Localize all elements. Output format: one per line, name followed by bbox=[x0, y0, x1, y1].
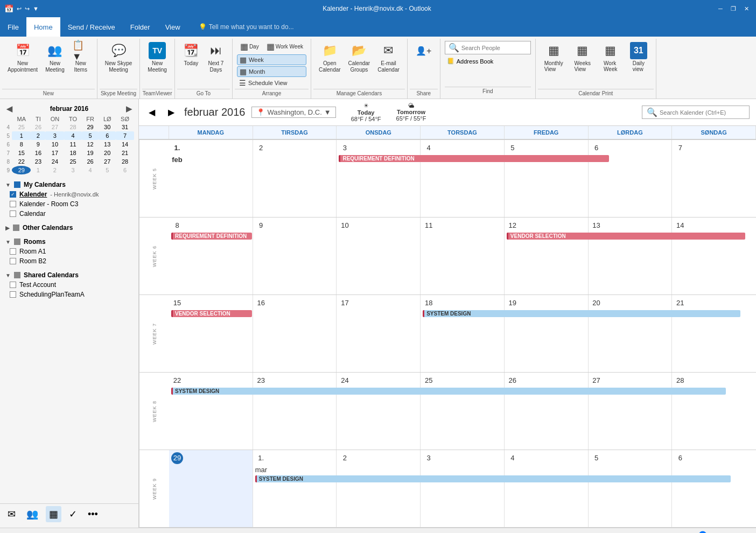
work-week-view-btn[interactable]: ▦ WorkWeek bbox=[598, 40, 624, 74]
mini-cal-day[interactable]: 27 bbox=[45, 123, 64, 131]
day-cell-feb20[interactable]: 20 bbox=[589, 295, 673, 372]
mini-cal-day-today[interactable]: 29 bbox=[12, 166, 31, 174]
event-sys-design-w7[interactable]: SYSTEM DESIGN bbox=[423, 310, 740, 317]
day-cell-feb8[interactable]: 8 REQUIREMENT DEFINITION bbox=[169, 218, 253, 294]
day-cell-feb13[interactable]: 13 bbox=[589, 218, 673, 294]
event-req-def-w5[interactable]: REQUIREMENT DEFINITION bbox=[339, 155, 609, 162]
event-req-def-w6[interactable]: REQUIREMENT DEFINITION bbox=[171, 233, 252, 240]
mini-cal-day[interactable]: 19 bbox=[82, 149, 99, 157]
cal-item-room-b2[interactable]: Room B2 bbox=[5, 256, 133, 266]
mini-cal-day[interactable]: 3 bbox=[64, 166, 81, 174]
month-btn[interactable]: ▦ Month bbox=[237, 66, 306, 77]
day-cell-feb11[interactable]: 11 bbox=[421, 218, 505, 294]
day-cell-feb23[interactable]: 23 bbox=[253, 373, 337, 450]
mini-cal-day[interactable]: 3 bbox=[45, 131, 64, 140]
address-book-btn[interactable]: 📒 Address Book bbox=[445, 57, 531, 66]
day-cell-feb12[interactable]: 12 VENDOR SELECTION bbox=[505, 218, 589, 294]
day-cell-feb3[interactable]: 3 REQUIREMENT DEFINITION bbox=[337, 140, 421, 217]
day-cell-mar5[interactable]: 5 bbox=[589, 450, 673, 527]
shared-calendars-header[interactable]: ▼ Shared Calendars bbox=[5, 270, 133, 280]
day-cell-mar3[interactable]: 3 bbox=[421, 450, 505, 527]
mini-cal-day[interactable]: 26 bbox=[31, 123, 45, 131]
calendar-checkbox[interactable] bbox=[10, 211, 16, 217]
day-cell-feb15[interactable]: 15 VENDOR SELECTION bbox=[169, 295, 253, 372]
kalender-checkbox[interactable]: ✓ bbox=[10, 191, 16, 198]
mini-cal-day[interactable]: 6 bbox=[116, 166, 134, 174]
calendar-groups-btn[interactable]: 📂 CalendarGroups bbox=[345, 40, 374, 75]
mini-cal-day[interactable]: 28 bbox=[116, 157, 134, 166]
mini-cal-day[interactable]: 5 bbox=[99, 166, 116, 174]
mini-cal-day[interactable]: 6 bbox=[99, 131, 116, 140]
restore-btn[interactable]: ❐ bbox=[728, 3, 739, 14]
schedule-view-btn[interactable]: ☰ Schedule View bbox=[237, 78, 306, 88]
menu-folder[interactable]: Folder bbox=[123, 17, 158, 37]
search-calendar-box[interactable]: 🔍 bbox=[642, 106, 750, 119]
search-calendar-input[interactable] bbox=[660, 109, 745, 116]
day-cell-feb26[interactable]: 26 bbox=[505, 373, 589, 450]
day-cell-feb19[interactable]: 19 bbox=[505, 295, 589, 372]
mini-cal-day[interactable]: 23 bbox=[31, 157, 45, 166]
mini-cal-day[interactable]: 4 bbox=[64, 131, 81, 140]
tell-me-box[interactable]: 💡 bbox=[199, 17, 327, 37]
new-skype-meeting-btn[interactable]: 💬 New SkypeMeeting bbox=[102, 40, 136, 75]
room-c3-checkbox[interactable] bbox=[10, 201, 16, 207]
day-cell-mar1[interactable]: 1. mar SYSTEM DESIGN bbox=[253, 450, 337, 527]
cal-next-btn[interactable]: ▶ bbox=[165, 106, 178, 118]
day-cell-feb9[interactable]: 9 bbox=[253, 218, 337, 294]
mini-cal-day[interactable]: 9 bbox=[31, 140, 45, 149]
mini-cal-day[interactable]: 12 bbox=[82, 140, 99, 149]
mini-cal-day[interactable]: 21 bbox=[116, 149, 134, 157]
day-cell-feb10[interactable]: 10 bbox=[337, 218, 421, 294]
close-btn[interactable]: ✕ bbox=[741, 3, 752, 14]
my-calendars-header[interactable]: ▼ My Calendars bbox=[5, 180, 133, 190]
zoom-slider[interactable] bbox=[682, 531, 725, 534]
mini-cal-day[interactable]: 1 bbox=[12, 131, 31, 140]
new-tv-meeting-btn[interactable]: TV NewMeeting bbox=[144, 40, 170, 75]
day-cell-feb2[interactable]: 2 bbox=[253, 140, 337, 217]
menu-view[interactable]: View bbox=[158, 17, 188, 37]
nav-mail-btn[interactable]: ✉ bbox=[4, 506, 19, 522]
tell-me-input[interactable] bbox=[209, 23, 327, 31]
mini-cal-day[interactable]: 28 bbox=[64, 123, 81, 131]
workweek-btn[interactable]: ▦ Work Week bbox=[263, 40, 306, 53]
day-view-btn[interactable]: ▦ Day bbox=[237, 40, 262, 53]
day-cell-feb5[interactable]: 5 bbox=[505, 140, 589, 217]
mini-cal-day[interactable]: 31 bbox=[116, 123, 134, 131]
cal-location-btn[interactable]: 📍 Washington, D.C. ▼ bbox=[251, 107, 335, 118]
day-cell-feb14[interactable]: 14 bbox=[672, 218, 756, 294]
event-vendor-sel-w7[interactable]: VENDOR SELECTION bbox=[171, 310, 252, 317]
mini-cal-day[interactable]: 29 bbox=[82, 123, 99, 131]
mini-cal-day[interactable]: 17 bbox=[45, 149, 64, 157]
menu-send-receive[interactable]: Send / Receive bbox=[60, 17, 123, 37]
mini-cal-day[interactable]: 2 bbox=[45, 166, 64, 174]
cal-item-room-a1[interactable]: Room A1 bbox=[5, 247, 133, 256]
day-cell-feb27[interactable]: 27 bbox=[589, 373, 673, 450]
menu-file[interactable]: File bbox=[0, 17, 26, 37]
mini-cal-day[interactable]: 5 bbox=[82, 131, 99, 140]
rooms-header[interactable]: ▼ Rooms bbox=[5, 237, 133, 247]
nav-calendar-btn[interactable]: ▦ bbox=[46, 506, 61, 522]
day-cell-feb6[interactable]: 6 bbox=[589, 140, 673, 217]
cal-item-room-c3[interactable]: Kalender - Room C3 bbox=[5, 199, 133, 209]
event-sys-design-w9[interactable]: SYSTEM DESIGN bbox=[255, 475, 731, 482]
day-cell-feb18[interactable]: 18 SYSTEM DESIGN bbox=[421, 295, 505, 372]
room-a1-checkbox[interactable] bbox=[10, 248, 16, 255]
new-items-btn[interactable]: 📋▼ NewItems bbox=[69, 40, 93, 75]
cal-item-scheduling-plan[interactable]: SchedulingPlanTeamA bbox=[5, 290, 133, 299]
mini-cal-day[interactable]: 11 bbox=[64, 140, 81, 149]
day-cell-mar2[interactable]: 2 bbox=[337, 450, 421, 527]
mini-cal-day[interactable]: 27 bbox=[99, 157, 116, 166]
day-cell-feb16[interactable]: 16 bbox=[253, 295, 337, 372]
scheduling-plan-checkbox[interactable] bbox=[10, 291, 16, 298]
nav-tasks-btn[interactable]: ✓ bbox=[66, 506, 80, 522]
cal-item-test-account[interactable]: Test Account bbox=[5, 280, 133, 290]
monthly-view-btn[interactable]: ▦ MonthlyView bbox=[540, 40, 568, 74]
mini-cal-day[interactable]: 18 bbox=[64, 149, 81, 157]
cal-item-kalender[interactable]: ✓ Kalender - Henrik@novix.dk bbox=[5, 190, 133, 199]
mini-cal-day[interactable]: 7 bbox=[116, 131, 134, 140]
day-cell-feb29[interactable]: 29 bbox=[169, 450, 253, 527]
nav-more-btn[interactable]: ••• bbox=[85, 507, 101, 522]
mini-cal-day[interactable]: 1 bbox=[31, 166, 45, 174]
event-vendor-sel-w6[interactable]: VENDOR SELECTION bbox=[507, 233, 745, 240]
mini-cal-day[interactable]: 15 bbox=[12, 149, 31, 157]
